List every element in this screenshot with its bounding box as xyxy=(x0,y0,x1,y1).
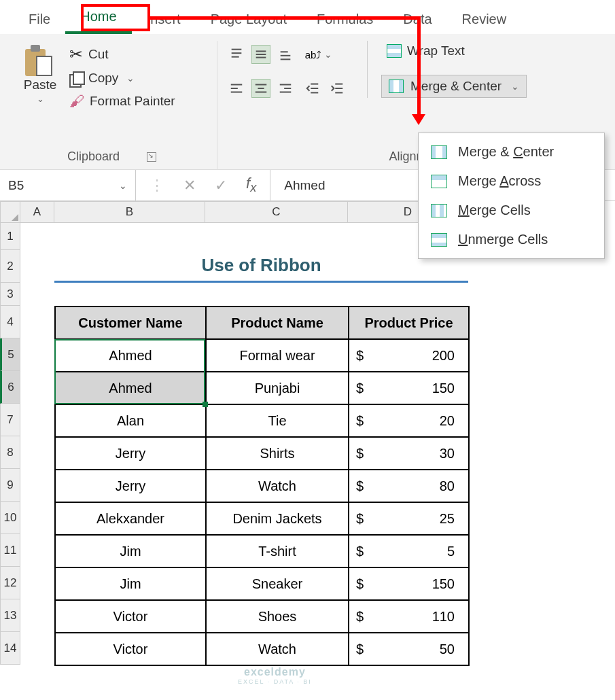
table-row: AlanTie$20 xyxy=(55,404,469,437)
row-header[interactable]: 10 xyxy=(0,502,20,534)
row-header[interactable]: 7 xyxy=(0,404,20,436)
cell[interactable]: Jerry xyxy=(55,470,206,502)
cell[interactable]: $30 xyxy=(349,437,469,470)
cell[interactable]: Sneaker xyxy=(206,567,349,600)
row-header[interactable]: 6 xyxy=(0,371,20,404)
wrap-text-button[interactable]: Wrap Text xyxy=(381,41,527,61)
cell[interactable]: Punjabi xyxy=(206,372,349,404)
row-header[interactable]: 1 xyxy=(0,223,20,250)
chevron-down-icon[interactable]: ⌄ xyxy=(511,81,519,92)
cell[interactable]: $110 xyxy=(349,600,469,633)
header-product[interactable]: Product Name xyxy=(206,307,349,339)
decrease-indent-button[interactable] xyxy=(303,79,322,98)
data-table: Customer Name Product Name Product Price… xyxy=(54,306,470,666)
copy-button[interactable]: Copy ⌄ xyxy=(69,71,175,86)
align-right-button[interactable] xyxy=(276,79,295,98)
row-header[interactable]: 11 xyxy=(0,534,20,567)
format-painter-button[interactable]: 🖌 Format Painter xyxy=(69,92,175,110)
tab-formulas[interactable]: Formulas xyxy=(302,6,388,34)
row-header[interactable]: 5 xyxy=(0,338,20,371)
orientation-button[interactable]: ab⤴⌄ xyxy=(303,45,334,64)
col-header-c[interactable]: C xyxy=(205,201,348,223)
enter-icon[interactable]: ✓ xyxy=(215,177,227,194)
merge-center-label: Merge & Center xyxy=(410,79,502,94)
cell[interactable]: Ahmed xyxy=(55,372,206,404)
cell[interactable]: $150 xyxy=(349,567,469,600)
row-header[interactable]: 3 xyxy=(0,283,20,306)
menu-merge-cells[interactable]: Merge Cells xyxy=(419,196,604,225)
row-header[interactable]: 4 xyxy=(0,306,20,338)
cell[interactable]: Alan xyxy=(55,404,206,437)
cell[interactable]: Victor xyxy=(55,600,206,633)
tab-review[interactable]: Review xyxy=(447,6,522,34)
col-header-b[interactable]: B xyxy=(54,201,205,223)
cell[interactable]: $50 xyxy=(349,633,469,665)
tab-file[interactable]: File xyxy=(14,6,65,34)
cell[interactable]: $25 xyxy=(349,502,469,535)
cell[interactable]: Victor xyxy=(55,633,206,665)
chevron-down-icon[interactable]: ⌄ xyxy=(37,94,44,104)
formula-value[interactable]: Ahmed xyxy=(270,178,338,193)
cancel-icon[interactable]: ✕ xyxy=(183,177,196,194)
cell[interactable]: Denim Jackets xyxy=(206,502,349,535)
row-header[interactable]: 9 xyxy=(0,469,20,502)
cell[interactable]: Jerry xyxy=(55,437,206,470)
cell[interactable]: $200 xyxy=(349,339,469,372)
row-header[interactable]: 12 xyxy=(0,567,20,599)
sheet-area[interactable]: Use of Ribbon Customer Name Product Name… xyxy=(20,223,615,699)
name-box-input[interactable] xyxy=(8,178,76,193)
cell[interactable]: Jim xyxy=(55,535,206,567)
menu-merge-across[interactable]: Merge Across xyxy=(419,167,604,196)
merge-center-icon xyxy=(431,145,447,159)
cell[interactable]: $20 xyxy=(349,404,469,437)
align-top-button[interactable] xyxy=(227,45,246,64)
paste-button[interactable]: Paste ⌄ xyxy=(16,41,64,110)
chevron-down-icon[interactable]: ⌄ xyxy=(126,73,135,84)
align-middle-button[interactable] xyxy=(251,45,270,64)
select-all-corner[interactable] xyxy=(0,201,20,223)
dialog-launcher-icon[interactable] xyxy=(147,152,156,162)
cut-button[interactable]: ✂ Cut xyxy=(69,45,175,64)
cell[interactable]: Shirts xyxy=(206,437,349,470)
fx-icon[interactable]: fx xyxy=(246,175,256,195)
chevron-down-icon[interactable]: ⌄ xyxy=(119,180,127,191)
table-row: AhmedPunjabi$150 xyxy=(55,372,469,404)
header-customer[interactable]: Customer Name xyxy=(55,307,206,339)
cell[interactable]: $80 xyxy=(349,470,469,502)
cell[interactable]: T-shirt xyxy=(206,535,349,567)
row-header[interactable]: 8 xyxy=(0,436,20,469)
table-row: VictorWatch$50 xyxy=(55,633,469,665)
handle-icon[interactable]: ⋮ xyxy=(150,177,164,194)
cell[interactable]: Shoes xyxy=(206,600,349,633)
cell[interactable]: Alekxander xyxy=(55,502,206,535)
align-bottom-button[interactable] xyxy=(276,45,295,64)
col-header-a[interactable]: A xyxy=(20,201,54,223)
cell[interactable]: Formal wear xyxy=(206,339,349,372)
menu-merge-cells-label: Merge Cells xyxy=(458,203,531,218)
cell[interactable]: Watch xyxy=(206,470,349,502)
cell[interactable]: Tie xyxy=(206,404,349,437)
merge-center-button[interactable]: Merge & Center ⌄ xyxy=(381,75,527,98)
align-left-button[interactable] xyxy=(227,79,246,98)
group-clipboard: Paste ⌄ ✂ Cut Copy ⌄ 🖌 Format Painter xyxy=(7,41,217,169)
selection-handle[interactable] xyxy=(203,402,208,407)
increase-indent-button[interactable] xyxy=(328,79,347,98)
cell[interactable]: $5 xyxy=(349,535,469,567)
cell[interactable]: Watch xyxy=(206,633,349,665)
cell[interactable]: Jim xyxy=(55,567,206,600)
align-center-button[interactable] xyxy=(251,79,270,98)
tab-page-layout[interactable]: Page Layout xyxy=(196,6,302,34)
menu-unmerge-cells[interactable]: Unmerge Cells xyxy=(419,225,604,254)
annotation-line xyxy=(417,16,421,118)
group-label-clipboard: Clipboard xyxy=(67,150,120,164)
name-box[interactable]: ⌄ xyxy=(0,170,136,200)
menu-merge-center[interactable]: Merge & Center xyxy=(419,137,604,167)
cell[interactable]: $150 xyxy=(349,372,469,404)
row-header[interactable]: 14 xyxy=(0,632,20,665)
paste-label: Paste xyxy=(24,77,57,92)
row-header[interactable]: 2 xyxy=(0,250,20,283)
header-price[interactable]: Product Price xyxy=(349,307,469,339)
cell[interactable]: Ahmed xyxy=(55,339,206,372)
row-header[interactable]: 13 xyxy=(0,599,20,632)
page-title[interactable]: Use of Ribbon xyxy=(54,250,468,283)
